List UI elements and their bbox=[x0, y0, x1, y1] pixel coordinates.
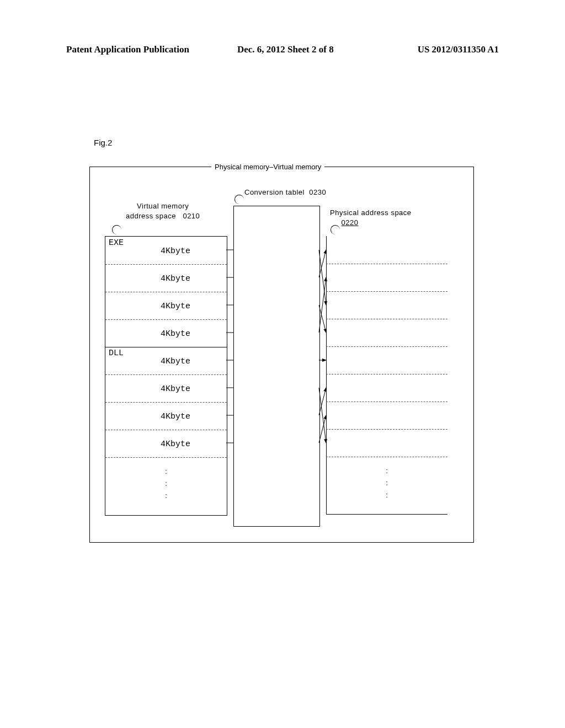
physical-memory-box: ::: bbox=[326, 236, 447, 515]
row-divider bbox=[105, 347, 227, 347]
physical-memory-label: Physical address space 0220 bbox=[330, 208, 412, 228]
conversion-table-ref: 0230 bbox=[309, 188, 326, 196]
segment-size: 4Kbyte bbox=[161, 329, 190, 339]
virtual-memory-box: EXE4Kbyte4Kbyte4Kbyte4KbyteDLL4Kbyte4Kby… bbox=[105, 236, 227, 516]
virtual-memory-label: Virtual memory address space 0210 bbox=[126, 201, 200, 221]
conversion-table-box bbox=[233, 206, 320, 527]
header-mid: Dec. 6, 2012 Sheet 2 of 8 bbox=[237, 44, 334, 55]
physical-memory-ref: 0220 bbox=[342, 218, 359, 227]
figure-label: Fig.2 bbox=[94, 138, 112, 147]
virtual-memory-ref: 0210 bbox=[183, 212, 200, 220]
row-divider bbox=[105, 292, 227, 292]
segment-size: 4Kbyte bbox=[161, 384, 190, 394]
row-divider bbox=[105, 374, 227, 375]
row-divider bbox=[326, 374, 447, 374]
leader-arc-icon bbox=[331, 225, 340, 234]
header-right: US 2012/0311350 A1 bbox=[418, 44, 499, 55]
row-divider bbox=[105, 457, 227, 458]
row-divider bbox=[326, 264, 447, 264]
segment-tag: EXE bbox=[109, 238, 124, 248]
row-divider bbox=[326, 319, 447, 319]
segment-size: 4Kbyte bbox=[161, 357, 190, 366]
conversion-table-label: Conversion tablel 0230 bbox=[244, 188, 326, 196]
segment-size: 4Kbyte bbox=[161, 247, 190, 256]
ellipsis-icon: ::: bbox=[161, 465, 172, 502]
leader-arc-icon bbox=[112, 225, 121, 234]
leader-arc-icon bbox=[234, 195, 244, 204]
segment-size: 4Kbyte bbox=[161, 302, 190, 311]
segment-size: 4Kbyte bbox=[161, 412, 190, 421]
row-divider bbox=[105, 430, 227, 430]
box-border bbox=[326, 514, 447, 515]
box-border bbox=[326, 236, 327, 515]
ellipsis-icon: ::: bbox=[381, 465, 392, 501]
conversion-table-text: Conversion tablel bbox=[244, 188, 305, 196]
row-divider bbox=[105, 402, 227, 403]
virtual-memory-line2: address space bbox=[126, 212, 176, 220]
header-left: Patent Application Publication bbox=[66, 44, 189, 55]
segment-size: 4Kbyte bbox=[161, 440, 190, 449]
segment-size: 4Kbyte bbox=[161, 274, 190, 283]
row-divider bbox=[105, 319, 227, 320]
row-divider bbox=[326, 346, 447, 347]
row-divider bbox=[105, 264, 227, 265]
diagram-frame: Physical memory–Virtual memory Conversio… bbox=[89, 167, 474, 543]
physical-memory-line1: Physical address space bbox=[330, 208, 412, 217]
row-divider bbox=[326, 457, 447, 457]
segment-tag: DLL bbox=[109, 349, 124, 358]
frame-title: Physical memory–Virtual memory bbox=[211, 163, 324, 171]
row-divider bbox=[326, 291, 447, 292]
row-divider bbox=[326, 429, 447, 430]
row-divider bbox=[326, 402, 447, 402]
virtual-memory-line1: Virtual memory bbox=[137, 202, 189, 210]
